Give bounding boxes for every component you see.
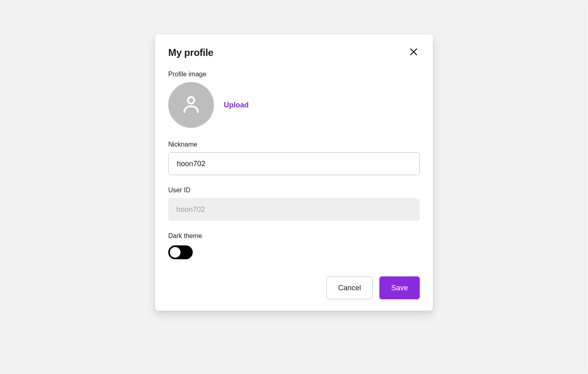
user-id-value: hoon702 xyxy=(176,205,205,214)
profile-modal: My profile Profile image xyxy=(155,34,433,311)
profile-image-label: Profile image xyxy=(168,71,420,78)
profile-image-row: Upload xyxy=(168,82,420,128)
dark-theme-label: Dark theme xyxy=(168,232,420,240)
modal-header: My profile xyxy=(168,46,420,59)
close-button[interactable] xyxy=(408,46,420,59)
profile-image-section: Profile image Upload xyxy=(168,71,420,128)
user-id-section: User ID hoon702 xyxy=(168,187,420,221)
save-button[interactable]: Save xyxy=(379,276,420,299)
cancel-button[interactable]: Cancel xyxy=(326,276,373,299)
avatar-placeholder xyxy=(168,82,214,128)
person-icon xyxy=(180,93,203,117)
dark-theme-toggle[interactable] xyxy=(168,245,193,259)
nickname-section: Nickname xyxy=(168,141,420,175)
nickname-label: Nickname xyxy=(168,141,420,148)
dark-theme-section: Dark theme xyxy=(168,232,420,259)
toggle-knob xyxy=(170,247,180,258)
user-id-display: hoon702 xyxy=(168,198,420,221)
modal-actions: Cancel Save xyxy=(168,276,420,299)
user-id-label: User ID xyxy=(168,187,420,194)
modal-title: My profile xyxy=(168,47,213,58)
upload-button[interactable]: Upload xyxy=(224,101,249,109)
svg-point-2 xyxy=(188,97,194,104)
page-background: My profile Profile image xyxy=(3,3,585,371)
close-icon xyxy=(409,47,418,58)
nickname-input[interactable] xyxy=(168,152,420,175)
